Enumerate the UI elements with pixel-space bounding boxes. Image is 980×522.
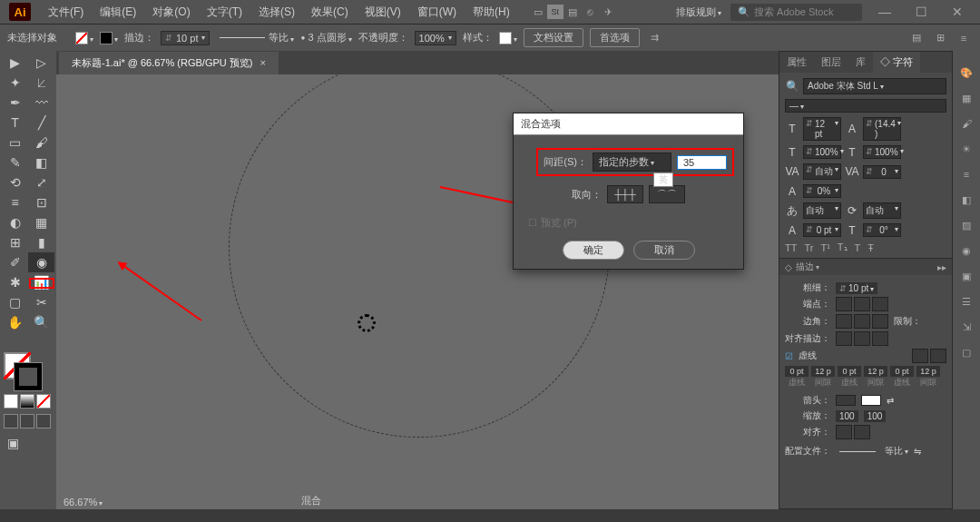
tab-properties[interactable]: 属性 — [779, 52, 814, 73]
shape-builder-tool[interactable]: ◐ — [2, 212, 28, 232]
menu-file[interactable]: 文件(F) — [40, 5, 92, 20]
scale-tool[interactable]: ⤢ — [28, 172, 54, 192]
arrow-end-select[interactable] — [861, 395, 881, 406]
artboards-panel-icon[interactable]: ▢ — [953, 340, 980, 365]
corner-miter-icon[interactable] — [836, 314, 852, 329]
font-size-field[interactable]: 12 pt — [803, 117, 841, 141]
dash-field-0[interactable]: 0 pt — [785, 366, 808, 377]
blend-tool[interactable]: ◉ — [28, 252, 54, 272]
dashed-checkbox[interactable]: ☑ — [785, 351, 793, 361]
layout-dropdown[interactable]: 排版规则 — [676, 5, 721, 19]
direct-selection-tool[interactable]: ▷ — [28, 53, 54, 73]
color-mode-icon[interactable] — [4, 394, 18, 409]
window-minimize-icon[interactable]: — — [871, 5, 898, 19]
tab-libraries[interactable]: 库 — [848, 52, 873, 73]
draw-normal-icon[interactable] — [4, 414, 18, 428]
free-transform-tool[interactable]: ⊡ — [28, 192, 54, 212]
draw-behind-icon[interactable] — [20, 414, 34, 428]
tab-character[interactable]: ◇ 字符 — [873, 52, 920, 73]
ok-button[interactable]: 确定 — [563, 241, 624, 260]
color-panel-icon[interactable]: 🎨 — [953, 60, 980, 85]
pen-tool[interactable]: ✒ — [2, 93, 28, 113]
menu-effect[interactable]: 效果(C) — [303, 5, 357, 20]
toolbar-icon-doc[interactable]: ▭ — [529, 3, 547, 21]
eraser-tool[interactable]: ◧ — [28, 153, 54, 172]
brushes-panel-icon[interactable]: 🖌 — [953, 111, 980, 136]
none-mode-icon[interactable] — [36, 394, 51, 409]
eyedropper-tool[interactable]: ✐ — [2, 252, 28, 272]
rotate-char-field[interactable]: 0° — [863, 223, 901, 237]
draw-inside-icon[interactable] — [36, 414, 51, 428]
arrow-align-end-icon[interactable] — [854, 425, 870, 439]
symbols-panel-icon[interactable]: ☀ — [953, 136, 980, 162]
mesh-tool[interactable]: ⊞ — [2, 232, 28, 252]
cap-round-icon[interactable] — [854, 297, 870, 311]
tracking-field[interactable]: 0 — [863, 165, 901, 179]
font-style-select[interactable]: — — [785, 99, 946, 113]
toolbar-icon-gpu[interactable]: ⎋ — [582, 3, 600, 21]
vscale-field[interactable]: 100% — [803, 145, 841, 159]
width-tool[interactable]: ≡ — [2, 192, 28, 212]
swatches-panel-icon[interactable]: ▦ — [953, 85, 980, 111]
dash-field-3[interactable]: 12 p — [864, 366, 887, 377]
leading-field[interactable]: (14.4 ) — [863, 117, 901, 141]
dash-preserve-icon[interactable] — [912, 349, 928, 363]
rotate-tool[interactable]: ⟲ — [2, 172, 28, 192]
rectangle-tool[interactable]: ▭ — [2, 133, 28, 153]
profile-flip-icon[interactable]: ⇋ — [914, 447, 921, 457]
align-icon[interactable]: ⇉ — [646, 29, 664, 47]
cap-butt-icon[interactable] — [836, 297, 852, 311]
style-dropdown[interactable] — [499, 32, 517, 44]
graphic-styles-panel-icon[interactable]: ▣ — [953, 263, 980, 289]
stroke-swatch[interactable] — [15, 363, 42, 390]
align-inside-icon[interactable] — [854, 331, 870, 346]
panel-icon-2[interactable]: ⊞ — [931, 29, 949, 47]
opacity-field[interactable]: 100% — [415, 31, 456, 45]
window-maximize-icon[interactable]: ☐ — [907, 5, 935, 19]
gradient-tool[interactable]: ▮ — [28, 232, 54, 252]
asset-export-panel-icon[interactable]: ⇲ — [953, 314, 980, 340]
small-circle-path[interactable] — [358, 314, 376, 332]
align-outside-icon[interactable] — [872, 331, 888, 346]
baseline-field[interactable]: 0% — [803, 184, 841, 198]
tt-underline-icon[interactable]: T — [855, 242, 861, 253]
spacing-value-input[interactable] — [677, 155, 727, 170]
doc-setup-button[interactable]: 文档设置 — [524, 28, 583, 47]
window-close-icon[interactable]: ✕ — [944, 5, 971, 19]
kerning-field[interactable]: 自动 — [803, 163, 841, 180]
aki-field[interactable]: 自动 — [803, 202, 841, 219]
orient-path-button[interactable]: ⌒⌒ — [649, 185, 685, 203]
transparency-panel-icon[interactable]: ▨ — [953, 212, 980, 238]
dash-field-4[interactable]: 0 pt — [890, 366, 914, 377]
panel-menu-icon[interactable]: ≡ — [955, 29, 973, 47]
tt-caps-icon[interactable]: TT — [785, 242, 797, 253]
tt-superscript-icon[interactable]: T¹ — [820, 242, 829, 253]
rotation-field[interactable]: 自动 — [863, 202, 901, 219]
stroke-panel-select[interactable]: 描边 — [796, 261, 819, 273]
corner-bevel-icon[interactable] — [872, 314, 888, 329]
tab-layers[interactable]: 图层 — [814, 52, 848, 73]
adobe-stock-search[interactable]: 🔍搜索 Adobe Stock — [730, 4, 862, 21]
toolbar-icon-arrange[interactable]: ▤ — [564, 3, 582, 21]
paintbrush-tool[interactable]: 🖌 — [28, 133, 54, 153]
arrow-align-tip-icon[interactable] — [836, 425, 852, 439]
toolbar-icon-send[interactable]: ✈ — [600, 3, 618, 21]
screen-mode-icon[interactable]: ▣ — [4, 436, 22, 450]
menu-select[interactable]: 选择(S) — [250, 5, 303, 20]
weight-field[interactable]: 10 pt — [836, 282, 877, 294]
font-family-select[interactable]: Adobe 宋体 Std L — [803, 78, 946, 94]
stroke-panel-icon[interactable]: ≡ — [953, 162, 980, 187]
tab-close-icon[interactable]: × — [260, 57, 265, 68]
spacing-mode-select[interactable]: 指定的步数 — [593, 153, 671, 172]
dash-field-2[interactable]: 0 pt — [838, 366, 861, 377]
zoom-level[interactable]: 66.67% — [64, 497, 103, 507]
selection-tool[interactable]: ▶ — [2, 53, 28, 73]
preferences-button[interactable]: 首选项 — [590, 28, 640, 47]
hand-tool[interactable]: ✋ — [2, 312, 28, 332]
magic-wand-tool[interactable]: ✦ — [2, 73, 28, 93]
dash-align-icon[interactable] — [930, 349, 946, 363]
perspective-tool[interactable]: ▦ — [28, 212, 54, 232]
artboard-tool[interactable]: ▢ — [2, 292, 28, 312]
type-tool[interactable]: T — [2, 113, 28, 133]
fill-swatch-dropdown[interactable] — [75, 32, 93, 44]
